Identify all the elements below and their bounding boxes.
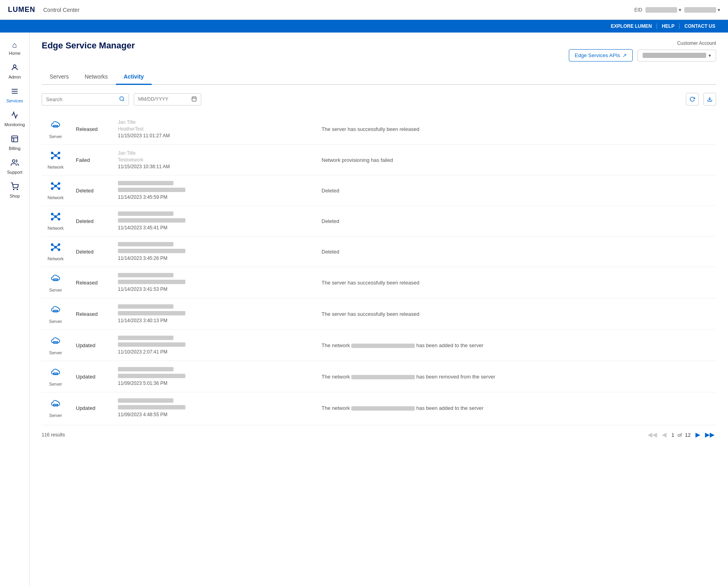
activity-date: 11/14/2023 3:45:59 PM (118, 194, 315, 200)
contact-us-link[interactable]: CONTACT US (680, 23, 720, 29)
activity-date: 11/14/2023 3:45:41 PM (118, 225, 315, 231)
activity-type-label: Server (49, 319, 62, 324)
tab-networks[interactable]: Networks (77, 69, 116, 85)
activity-sub-name (118, 218, 315, 224)
activity-type-icon (50, 150, 61, 163)
activity-icon-col: Server (42, 398, 69, 418)
user-selector[interactable]: •••••••• ▾ (684, 7, 720, 13)
customer-select[interactable]: ▾ (637, 50, 716, 61)
activity-status: Updated (76, 342, 112, 348)
activity-message: Deleted (322, 188, 339, 194)
sidebar-item-billing[interactable]: Billing (0, 131, 29, 155)
svg-line-44 (56, 214, 59, 217)
activity-type-icon (50, 304, 61, 317)
svg-line-28 (56, 156, 59, 158)
activity-type-label: Network (48, 165, 64, 169)
explore-lumen-link[interactable]: EXPLORE LUMEN (606, 23, 657, 29)
sidebar-item-services[interactable]: Services (0, 83, 29, 107)
date-picker[interactable] (134, 93, 201, 106)
activity-status: Deleted (76, 188, 112, 194)
activity-type-icon (50, 181, 61, 194)
last-page-button[interactable]: ▶▶ (703, 432, 716, 438)
activity-status: Updated (76, 374, 112, 380)
next-page-button[interactable]: ▶ (694, 432, 702, 438)
activity-message-col: The network has been added to the server (322, 405, 716, 411)
activity-name (118, 336, 315, 341)
user-value: •••••••• (684, 7, 716, 13)
activity-table: Server Released Jan Title HeatherTest 11… (42, 113, 716, 423)
download-button[interactable] (703, 93, 716, 106)
activity-status: Released (76, 280, 112, 286)
activity-status: Released (76, 311, 112, 317)
activity-message-col: The server has successfully been release… (322, 126, 716, 132)
eid-chevron-icon: ▾ (679, 7, 681, 13)
activity-message: The server has successfully been release… (322, 311, 419, 317)
activity-sub-name (118, 311, 315, 317)
activity-details: 11/10/2023 2:07:41 PM (118, 336, 315, 355)
customer-select-chevron-icon: ▾ (709, 53, 711, 58)
activity-icon-col: Server (42, 335, 69, 355)
help-link[interactable]: HELP (657, 23, 680, 29)
svg-point-8 (13, 189, 14, 190)
activity-details: 11/14/2023 3:45:41 PM (118, 211, 315, 231)
svg-point-7 (12, 160, 15, 163)
activity-row: Server Released 11/14/2023 3:41:53 PM Th… (42, 267, 716, 298)
svg-line-34 (52, 184, 56, 186)
app-name: Control Center (43, 7, 634, 13)
sidebar-item-admin[interactable]: Admin (0, 60, 29, 83)
activity-details: 11/14/2023 3:40:13 PM (118, 304, 315, 323)
sidebar-label-billing: Billing (9, 146, 20, 151)
activity-sub-name (118, 342, 315, 348)
refresh-button[interactable] (686, 93, 699, 106)
sidebar-item-shop[interactable]: Shop (0, 179, 29, 202)
svg-line-37 (56, 186, 59, 189)
search-box[interactable] (42, 93, 129, 106)
eid-selector[interactable]: •••••••• ▾ (645, 7, 681, 13)
tab-activity[interactable]: Activity (116, 69, 152, 85)
activity-name (118, 367, 315, 373)
activity-type-icon (50, 273, 61, 286)
logo: LUMEN (8, 6, 35, 14)
home-icon: ⌂ (12, 40, 17, 50)
activity-row: Server Released Jan Title HeatherTest 11… (42, 113, 716, 145)
current-page: 1 (670, 432, 676, 438)
sidebar-item-home[interactable]: ⌂ Home (0, 37, 29, 60)
activity-message: The network has been added to the server (322, 342, 483, 348)
utility-bar: EXPLORE LUMEN HELP CONTACT US (0, 20, 728, 33)
activity-type-label: Server (49, 382, 62, 386)
svg-rect-12 (192, 97, 196, 101)
eid-label: EID (634, 7, 642, 13)
services-icon (11, 87, 19, 97)
search-input[interactable] (46, 96, 117, 102)
activity-sub-name: HeatherTest (118, 126, 315, 132)
activity-type-icon (50, 398, 61, 411)
activity-icon-col: Network (42, 150, 69, 169)
activity-status: Deleted (76, 218, 112, 224)
sidebar-item-monitoring[interactable]: Monitoring (0, 107, 29, 131)
date-input[interactable] (138, 96, 189, 102)
activity-message-col: The network has been added to the server (322, 342, 716, 348)
activity-message: Deleted (322, 218, 339, 224)
activity-sub-name-text: HeatherTest (118, 126, 144, 132)
activity-details: 11/09/2023 5:01:36 PM (118, 367, 315, 386)
sidebar-item-support[interactable]: Support (0, 155, 29, 179)
api-button[interactable]: Edge Services APIs ↗ (569, 49, 633, 61)
prev-page-button[interactable]: ◀ (660, 432, 668, 438)
first-page-button[interactable]: ◀◀ (646, 432, 659, 438)
sidebar-label-monitoring: Monitoring (4, 122, 25, 127)
activity-name (118, 181, 315, 186)
pagination: ◀◀ ◀ 1 of 12 ▶ ▶▶ (646, 432, 716, 438)
tab-servers[interactable]: Servers (42, 69, 77, 85)
activity-type-icon (50, 119, 61, 133)
monitoring-icon (11, 111, 19, 121)
activity-row: Server Released 11/14/2023 3:40:13 PM Th… (42, 298, 716, 330)
sidebar: ⌂ Home Admin Services (0, 33, 30, 586)
activity-message-col: Deleted (322, 249, 716, 255)
activity-type-icon (50, 242, 61, 255)
sidebar-label-services: Services (6, 98, 23, 103)
activity-name: Jan Title (118, 150, 315, 156)
sidebar-label-home: Home (9, 51, 20, 56)
svg-line-45 (52, 217, 56, 219)
activity-sub-name (118, 188, 315, 193)
content-header: Edge Service Manager Customer Account Ed… (42, 40, 716, 61)
